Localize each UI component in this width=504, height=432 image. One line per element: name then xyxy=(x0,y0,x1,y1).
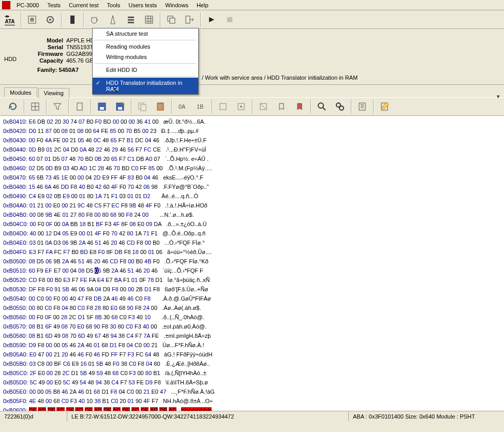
hex-view[interactable]: 0xB0410: E6 DB 02 20 30 74 07 B0 F0 BD 0… xyxy=(0,116,504,411)
hex-row[interactable]: 0xB0550: 00 80 C0 F8 04 80 C0 F8 28 80 E… xyxy=(3,303,501,312)
main-toolbar: ◂▸ATA xyxy=(0,10,504,29)
menu-users-tests[interactable]: Users tests xyxy=(124,1,161,9)
hex-row[interactable]: 0xB04A0: 01 21 00 E0 00 21 9C 48 C5 F7 E… xyxy=(3,201,501,210)
hex-row[interactable]: 0xB05A0: E0 47 00 21 20 46 46 F0 46 FD F… xyxy=(3,350,501,359)
hex-row[interactable]: 0xB0490: C4 E9 02 0B E9 00 01 80 1A 71 F… xyxy=(3,191,501,201)
menu-tests[interactable]: Tests xyxy=(43,1,65,9)
dropdown-writing-modules[interactable]: Writing modules xyxy=(93,52,198,62)
play-icon[interactable] xyxy=(203,11,220,28)
hex-row[interactable]: 0xB0600: DE AD DE AD DE AD DE AD DE AD D… xyxy=(3,406,501,411)
svg-rect-14 xyxy=(170,18,175,23)
find-icon[interactable] xyxy=(313,98,331,115)
tabs: Modules Viewing xyxy=(0,86,504,97)
hex-row[interactable]: 0xB05C0: 2F E0 00 28 2C D1 5B 49 59 48 6… xyxy=(3,368,501,378)
exit-icon[interactable] xyxy=(181,11,198,28)
svg-rect-8 xyxy=(145,16,153,23)
status-right: ABA : 0x3F0101400 Size: 0x640 Module : P… xyxy=(349,411,504,421)
svg-rect-15 xyxy=(186,16,190,23)
ata-button[interactable]: ◂▸ATA xyxy=(1,11,19,28)
hdd-panel: HDD Model APPLE HDD HT55 Serial TN55193T… xyxy=(0,29,504,85)
label-family: Family: xyxy=(37,67,57,73)
tower-icon[interactable] xyxy=(104,11,122,28)
hex-row[interactable]: 0xB0590: D9 F8 00 00 05 46 2A 46 01 68 D… xyxy=(3,340,501,350)
hex-row[interactable]: 0xB05D0: 5C 49 00 E0 5C 49 54 48 94 38 C… xyxy=(3,378,501,387)
scroll-icon[interactable] xyxy=(353,98,371,115)
svg-point-3 xyxy=(49,19,51,21)
memory-icon[interactable] xyxy=(64,11,81,28)
findnext-icon[interactable] xyxy=(331,98,349,115)
tab-viewing[interactable]: Viewing xyxy=(38,88,69,98)
hex-row[interactable]: 0xB04F0: E3 F7 FA FC F7 B0 BD E8 F0 8F D… xyxy=(3,247,501,257)
grid-icon[interactable] xyxy=(140,11,158,28)
hex-row[interactable]: 0xB0470: 65 6B 73 45 1E 00 00 04 2D E9 F… xyxy=(3,173,501,182)
filter-icon[interactable] xyxy=(49,98,66,115)
nav1-icon[interactable] xyxy=(214,98,232,115)
saveas-icon[interactable] xyxy=(111,98,129,115)
hex-row[interactable]: 0xB04B0: 00 08 9B 4E 01 27 80 F8 00 80 6… xyxy=(3,210,501,219)
dropdown-sa-structure[interactable]: SA structure test xyxy=(93,28,198,39)
panel-dropdown-icon[interactable]: ▾ xyxy=(497,93,500,100)
dropdown-reading-modules[interactable]: Reading modules xyxy=(93,41,198,52)
doc-icon[interactable] xyxy=(71,98,88,115)
dropdown-translator-init[interactable]: ✓ HDD Translator initialization in RAM xyxy=(93,78,198,94)
mark3-icon[interactable] xyxy=(291,98,308,115)
hex-row[interactable]: 0xB0430: 00 F0 4A FE 00 21 05 46 0C 48 6… xyxy=(3,136,501,145)
hex-row[interactable]: 0xB0460: 02 D5 0D B9 03 4D AD 1C 28 46 7… xyxy=(3,163,501,173)
svg-rect-7 xyxy=(128,22,134,23)
paste1-icon[interactable] xyxy=(152,98,169,115)
svg-rect-27 xyxy=(157,103,164,110)
hex-row[interactable]: 0xB04C0: 00 F0 0F 00 0A BB 18 B1 BF F3 4… xyxy=(3,219,501,229)
hex-row[interactable]: 0xB0510: 60 F9 EF E7 00 04 08 D5 06 9B 2… xyxy=(3,266,501,275)
hex-row[interactable]: 0xB05F0: 4E 48 00 68 C0 F3 40 10 38 B1 C… xyxy=(3,396,501,406)
svg-point-33 xyxy=(240,106,242,108)
hex-row[interactable]: 0xB0440: 0D B9 01 2C 04 D0 0A 48 22 46 2… xyxy=(3,145,501,154)
mark1-icon[interactable] xyxy=(255,98,272,115)
svg-rect-22 xyxy=(100,107,104,110)
hex-row[interactable]: 0xB0580: 08 B1 6D 49 08 70 6D 49 67 48 9… xyxy=(3,331,501,340)
mark2-icon[interactable] xyxy=(273,98,290,115)
menu-help[interactable]: Help xyxy=(192,1,213,9)
svg-point-35 xyxy=(318,103,323,108)
hex-row[interactable]: 0xB04E0: 03 01 0A D3 06 9B 2A 46 51 46 2… xyxy=(3,238,501,247)
gear-icon[interactable] xyxy=(41,11,59,28)
hex-row[interactable]: 0xB0450: 60 07 01 D5 07 48 70 BD 0B 20 6… xyxy=(3,154,501,163)
save-icon[interactable] xyxy=(93,98,111,115)
dropdown-edit-hdd-id[interactable]: Edit HDD ID xyxy=(93,65,198,75)
menu-tools[interactable]: Tools xyxy=(103,1,125,9)
hex-row[interactable]: 0xB0520: CD F8 00 B0 E3 F7 FE FA E4 E7 B… xyxy=(3,275,501,285)
hex-row[interactable]: 0xB0570: 08 B1 6F 49 08 70 E0 68 90 F8 3… xyxy=(3,322,501,331)
menubar: PC-3000 Tests Current test Tools Users t… xyxy=(0,0,504,10)
hex-row[interactable]: 0xB04D0: 40 00 12 D4 05 E9 00 01 4F F0 7… xyxy=(3,229,501,238)
hex1-icon[interactable]: 0A xyxy=(174,98,191,115)
tab-modules[interactable]: Modules xyxy=(4,87,37,97)
hex2-icon[interactable]: 1B xyxy=(192,98,210,115)
stop-icon[interactable] xyxy=(221,11,239,28)
status-left: 722361(0)d xyxy=(0,411,67,421)
hex-row[interactable]: 0xB05B0: 03 C8 00 BF C6 E9 16 01 5B 48 F… xyxy=(3,359,501,368)
menu-app[interactable]: PC-3000 xyxy=(12,1,43,9)
svg-rect-26 xyxy=(141,105,146,111)
hex-row[interactable]: 0xB0530: DF F8 F0 91 5B 46 06 9A 04 D9 F… xyxy=(3,285,501,294)
hex-row[interactable]: 0xB0410: E6 DB 02 20 30 74 07 B0 F0 BD 0… xyxy=(3,117,501,126)
stack-icon[interactable] xyxy=(122,11,140,28)
hex-row[interactable]: 0xB0540: 00 C0 00 F0 00 40 47 F8 DB 2A 4… xyxy=(3,294,501,303)
edit-icon[interactable] xyxy=(376,98,393,115)
hex-row[interactable]: 0xB0420: D0 11 87 00 08 01 08 00 64 FE 8… xyxy=(3,126,501,136)
nav2-icon[interactable] xyxy=(232,98,250,115)
refresh-icon[interactable] xyxy=(4,98,22,115)
svg-rect-24 xyxy=(118,107,122,110)
grid-small-icon[interactable] xyxy=(26,98,44,115)
copy-icon[interactable] xyxy=(134,98,151,115)
value-family: 5450A7 xyxy=(59,67,79,73)
hex-row[interactable]: 0xB0480: 15 46 8A 46 DD F8 40 B0 42 60 4… xyxy=(3,182,501,191)
chip-icon[interactable] xyxy=(23,11,41,28)
menu-current-test[interactable]: Current test xyxy=(65,1,102,9)
cup-icon[interactable] xyxy=(86,11,103,28)
hex-row[interactable]: 0xB0560: 00 F0 0F 00 28 2C D1 5F 8B 30 6… xyxy=(3,312,501,322)
svg-point-1 xyxy=(30,18,34,22)
hex-row[interactable]: 0xB0500: 08 D5 06 9B 2A 46 51 46 20 46 C… xyxy=(3,257,501,266)
hex-row[interactable]: 0xB05E0: 00 00 05 B8 46 2A 46 01 68 D1 F… xyxy=(3,387,501,396)
windows-icon[interactable] xyxy=(162,11,180,28)
svg-line-36 xyxy=(323,108,325,110)
menu-windows[interactable]: Windows xyxy=(161,1,192,9)
